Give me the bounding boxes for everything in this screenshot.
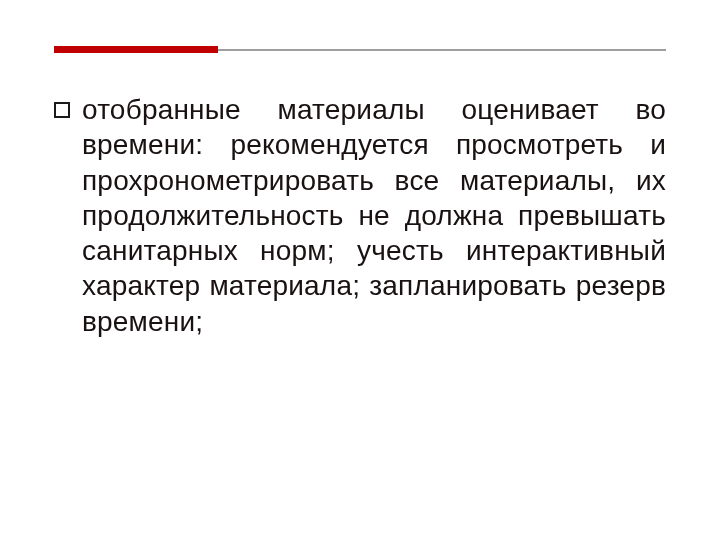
rule-muted xyxy=(218,49,666,51)
title-rule xyxy=(54,46,666,54)
checkbox-bullet-icon xyxy=(54,102,70,118)
list-item: отобранные материалы оценивает во времен… xyxy=(54,92,666,339)
rule-accent xyxy=(54,46,218,53)
list-item-text: отобранные материалы оценивает во времен… xyxy=(82,92,666,339)
slide: отобранные материалы оценивает во времен… xyxy=(0,0,720,540)
slide-content: отобранные материалы оценивает во времен… xyxy=(54,92,666,339)
